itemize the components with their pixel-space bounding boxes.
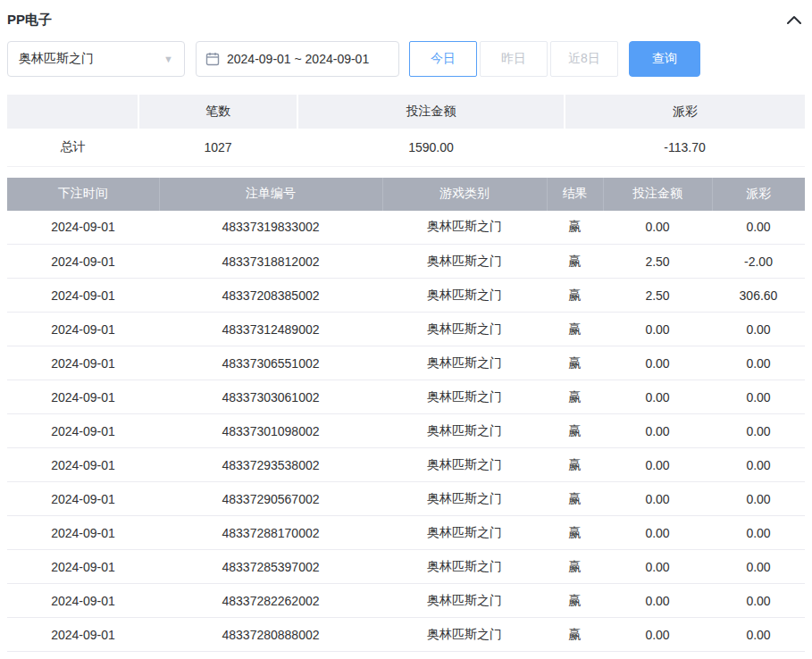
records-header-date: 下注时间 (7, 178, 159, 211)
table-row: 2024-09-01 48337288170002 奥林匹斯之门 赢 0.00 … (7, 516, 805, 550)
cell-payout: 0.00 (712, 346, 805, 380)
cell-order-id: 48337290567002 (159, 482, 382, 516)
records-header-result: 结果 (547, 178, 603, 211)
cell-result: 赢 (547, 618, 603, 652)
cell-bet-amount: 0.00 (603, 550, 712, 584)
cell-order-id: 48337282262002 (159, 584, 382, 618)
cell-game-type: 奥林匹斯之门 (382, 414, 547, 448)
table-row: 2024-09-01 48337306551002 奥林匹斯之门 赢 0.00 … (7, 346, 805, 380)
summary-total-count: 1027 (138, 129, 297, 166)
cell-game-type: 奥林匹斯之门 (382, 516, 547, 550)
records-header-payout: 派彩 (712, 178, 805, 211)
records-header-game: 游戏类别 (382, 178, 547, 211)
cell-bet-date: 2024-09-01 (7, 618, 159, 652)
records-header-bet: 投注金额 (603, 178, 712, 211)
table-row: 2024-09-01 48337303061002 奥林匹斯之门 赢 0.00 … (7, 380, 805, 414)
summary-table: 笔数 投注金额 派彩 总计 1027 1590.00 -113.70 (7, 95, 805, 167)
cell-payout: 306.60 (712, 279, 805, 313)
cell-result: 赢 (547, 346, 603, 380)
cell-order-id: 48337312489002 (159, 313, 382, 346)
cell-payout: 0.00 (712, 414, 805, 448)
cell-bet-amount: 0.00 (603, 516, 712, 550)
cell-bet-amount: 2.50 (603, 279, 712, 313)
cell-game-type: 奥林匹斯之门 (382, 550, 547, 584)
cell-game-type: 奥林匹斯之门 (382, 211, 547, 245)
cell-bet-amount: 2.50 (603, 245, 712, 279)
cell-order-id: 48337318812002 (159, 245, 382, 279)
date-range-picker[interactable]: 2024-09-01 ~ 2024-09-01 (196, 41, 399, 77)
cell-result: 赢 (547, 482, 603, 516)
cell-bet-date: 2024-09-01 (7, 448, 159, 482)
quick-filter-group: 今日 昨日 近8日 (409, 41, 621, 77)
cell-payout: 0.00 (712, 482, 805, 516)
quick-filter-today[interactable]: 今日 (409, 41, 477, 77)
table-row: 2024-09-01 48337318812002 奥林匹斯之门 赢 2.50 … (7, 245, 805, 279)
chevron-down-icon: ▼ (163, 54, 173, 64)
cell-bet-date: 2024-09-01 (7, 313, 159, 346)
cell-bet-amount: 0.00 (603, 346, 712, 380)
cell-result: 赢 (547, 380, 603, 414)
cell-game-type: 奥林匹斯之门 (382, 482, 547, 516)
cell-bet-date: 2024-09-01 (7, 380, 159, 414)
cell-result: 赢 (547, 550, 603, 584)
cell-bet-amount: 0.00 (603, 482, 712, 516)
game-select-value: 奥林匹斯之门 (19, 51, 94, 67)
cell-bet-amount: 0.00 (603, 618, 712, 652)
cell-order-id: 48337280888002 (159, 618, 382, 652)
summary-header-payout: 派彩 (565, 95, 805, 129)
table-row: 2024-09-01 48337280888002 奥林匹斯之门 赢 0.00 … (7, 618, 805, 652)
table-row: 2024-09-01 48337290567002 奥林匹斯之门 赢 0.00 … (7, 482, 805, 516)
cell-bet-amount: 0.00 (603, 211, 712, 245)
quick-filter-yesterday[interactable]: 昨日 (480, 41, 548, 77)
cell-result: 赢 (547, 516, 603, 550)
cell-result: 赢 (547, 448, 603, 482)
search-button[interactable]: 查询 (629, 41, 700, 77)
cell-game-type: 奥林匹斯之门 (382, 245, 547, 279)
summary-header-blank (7, 95, 138, 129)
cell-bet-date: 2024-09-01 (7, 346, 159, 380)
quick-filter-last8days[interactable]: 近8日 (550, 41, 618, 77)
cell-bet-date: 2024-09-01 (7, 414, 159, 448)
cell-order-id: 48337208385002 (159, 279, 382, 313)
summary-header-count: 笔数 (138, 95, 297, 129)
cell-result: 赢 (547, 584, 603, 618)
table-row: 2024-09-01 48337208385002 奥林匹斯之门 赢 2.50 … (7, 279, 805, 313)
cell-order-id: 48337306551002 (159, 346, 382, 380)
cell-bet-date: 2024-09-01 (7, 550, 159, 584)
summary-total-label: 总计 (7, 129, 138, 166)
records-table-body: 2024-09-01 48337319833002 奥林匹斯之门 赢 0.00 … (7, 211, 805, 652)
panel-header: PP电子 (7, 7, 805, 41)
cell-payout: 0.00 (712, 516, 805, 550)
cell-payout: -2.00 (712, 245, 805, 279)
cell-game-type: 奥林匹斯之门 (382, 346, 547, 380)
cell-payout: 0.00 (712, 380, 805, 414)
cell-order-id: 48337293538002 (159, 448, 382, 482)
collapse-button[interactable] (785, 11, 803, 29)
cell-game-type: 奥林匹斯之门 (382, 448, 547, 482)
summary-header-row: 笔数 投注金额 派彩 (7, 95, 805, 129)
cell-payout: 0.00 (712, 618, 805, 652)
cell-result: 赢 (547, 414, 603, 448)
table-row: 2024-09-01 48337319833002 奥林匹斯之门 赢 0.00 … (7, 211, 805, 245)
records-table: 下注时间 注单编号 游戏类别 结果 投注金额 派彩 2024-09-01 483… (7, 178, 805, 653)
cell-bet-date: 2024-09-01 (7, 245, 159, 279)
cell-bet-date: 2024-09-01 (7, 516, 159, 550)
table-row: 2024-09-01 48337282262002 奥林匹斯之门 赢 0.00 … (7, 584, 805, 618)
cell-bet-date: 2024-09-01 (7, 584, 159, 618)
table-row: 2024-09-01 48337301098002 奥林匹斯之门 赢 0.00 … (7, 414, 805, 448)
filter-bar: 奥林匹斯之门 ▼ 2024-09-01 ~ 2024-09-01 今日 昨日 近… (7, 41, 805, 77)
records-header-row: 下注时间 注单编号 游戏类别 结果 投注金额 派彩 (7, 178, 805, 211)
cell-payout: 0.00 (712, 448, 805, 482)
cell-result: 赢 (547, 313, 603, 346)
cell-bet-amount: 0.00 (603, 584, 712, 618)
cell-bet-date: 2024-09-01 (7, 279, 159, 313)
game-select[interactable]: 奥林匹斯之门 ▼ (7, 41, 185, 77)
cell-order-id: 48337288170002 (159, 516, 382, 550)
table-row: 2024-09-01 48337293538002 奥林匹斯之门 赢 0.00 … (7, 448, 805, 482)
cell-game-type: 奥林匹斯之门 (382, 279, 547, 313)
cell-game-type: 奥林匹斯之门 (382, 584, 547, 618)
cell-bet-date: 2024-09-01 (7, 211, 159, 245)
pp-games-panel: PP电子 奥林匹斯之门 ▼ 2024-09-01 ~ 2024-09-01 今日… (7, 7, 805, 652)
cell-game-type: 奥林匹斯之门 (382, 618, 547, 652)
summary-total-payout: -113.70 (565, 129, 805, 166)
